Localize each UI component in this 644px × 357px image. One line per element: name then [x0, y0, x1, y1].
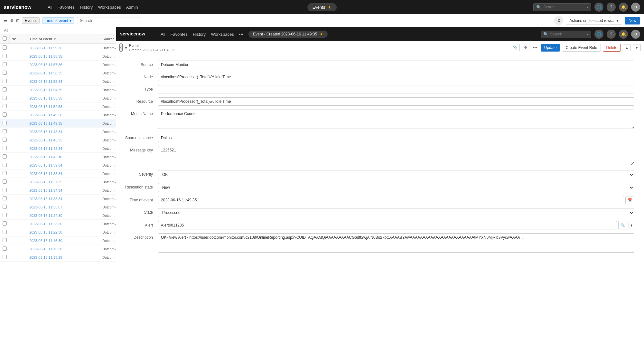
global-search-input[interactable]: [543, 5, 585, 9]
time-link[interactable]: 2023-06-16 11:33:34: [29, 197, 62, 201]
row-checkbox[interactable]: [3, 121, 7, 125]
nav-admin[interactable]: Admin: [126, 5, 138, 10]
time-link[interactable]: 2023-06-16 11:34:34: [29, 188, 62, 192]
cell-checkbox[interactable]: [0, 119, 10, 128]
input-node[interactable]: [158, 73, 634, 81]
time-link[interactable]: 2023-06-16 11:37:35: [29, 180, 62, 184]
cell-checkbox[interactable]: [0, 236, 10, 245]
cell-checkbox[interactable]: [0, 136, 10, 144]
bell-icon[interactable]: 🔔: [619, 3, 628, 12]
time-link[interactable]: 2023-06-16 11:24:30: [29, 214, 62, 217]
detail-nav-more-icon[interactable]: •••: [239, 32, 244, 37]
detail-star-icon[interactable]: ★: [320, 32, 323, 36]
detail-help-icon[interactable]: ?: [607, 30, 616, 39]
detail-logo[interactable]: servicenow: [120, 30, 155, 39]
select-severity[interactable]: OK Clear Warning Minor Major Critical: [158, 170, 634, 179]
time-link[interactable]: 2023-06-16 11:57:36: [29, 63, 62, 67]
next-record-button[interactable]: ▼: [633, 44, 641, 51]
row-checkbox[interactable]: [3, 138, 7, 142]
user-avatar[interactable]: U: [631, 3, 640, 12]
delete-button[interactable]: Delete: [603, 44, 621, 52]
row-checkbox[interactable]: [3, 213, 7, 217]
row-checkbox[interactable]: [3, 146, 7, 150]
cell-checkbox[interactable]: [0, 69, 10, 77]
new-button[interactable]: New: [625, 17, 640, 24]
prev-record-button[interactable]: ▲: [623, 44, 631, 51]
time-link[interactable]: 2023-06-16 11:22:30: [29, 230, 62, 234]
alert-search-btn[interactable]: 🔍: [618, 221, 627, 229]
cell-checkbox[interactable]: [0, 128, 10, 136]
row-checkbox[interactable]: [3, 255, 7, 259]
time-link[interactable]: 2023-06-16 11:53:35: [29, 96, 62, 100]
nav-favorites[interactable]: Favorites: [57, 5, 74, 10]
col-time[interactable]: Time of event ▼: [27, 34, 100, 43]
detail-nav-all[interactable]: All: [161, 32, 165, 37]
cell-checkbox[interactable]: [0, 245, 10, 253]
detail-nav-workspaces[interactable]: Workspaces: [211, 32, 234, 37]
row-checkbox[interactable]: [3, 79, 7, 83]
cell-checkbox[interactable]: [0, 102, 10, 111]
input-alert[interactable]: [158, 221, 617, 229]
detail-search-dropdown-icon[interactable]: ▾: [587, 33, 589, 36]
center-pill[interactable]: Events ★: [307, 3, 337, 11]
row-checkbox[interactable]: [3, 238, 7, 242]
time-link[interactable]: 2023-06-16 11:39:34: [29, 163, 62, 167]
actions-dropdown[interactable]: Actions on selected rows... ▾: [566, 17, 622, 24]
row-checkbox[interactable]: [3, 54, 7, 58]
row-checkbox[interactable]: [3, 230, 7, 234]
cell-checkbox[interactable]: [0, 178, 10, 186]
attach-button[interactable]: 📎: [511, 44, 520, 51]
time-link[interactable]: 2023-06-16 11:56:35: [29, 71, 62, 75]
cell-checkbox[interactable]: [0, 195, 10, 203]
time-link[interactable]: 2023-06-16 11:54:35: [29, 88, 62, 92]
global-search-bar[interactable]: 🔍 ▾: [533, 3, 591, 11]
time-link[interactable]: 2023-06-16 11:49:35: [29, 121, 62, 125]
help-icon[interactable]: ?: [607, 3, 616, 12]
calendar-icon-btn[interactable]: 📅: [625, 197, 634, 204]
input-type[interactable]: [158, 85, 634, 93]
input-source[interactable]: [158, 61, 634, 69]
time-link[interactable]: 2023-06-16 11:15:30: [29, 247, 62, 251]
textarea-metric-name[interactable]: Performance Counter: [158, 110, 634, 129]
input-resource[interactable]: [158, 97, 634, 106]
input-time-of-event[interactable]: [158, 196, 624, 204]
cell-checkbox[interactable]: [0, 203, 10, 211]
list-search-input[interactable]: [77, 17, 141, 24]
time-link[interactable]: 2023-06-16 11:58:35: [29, 54, 62, 58]
row-checkbox[interactable]: [3, 154, 7, 159]
filter-toggle-btn[interactable]: ☰: [4, 18, 7, 23]
nav-all[interactable]: All: [48, 5, 52, 10]
cell-checkbox[interactable]: [0, 211, 10, 220]
time-link[interactable]: 2023-06-16 11:38:34: [29, 172, 62, 176]
time-link[interactable]: 2023-06-16 11:49:50: [29, 113, 62, 117]
row-checkbox[interactable]: [3, 129, 7, 133]
cell-checkbox[interactable]: [0, 86, 10, 94]
row-checkbox[interactable]: [3, 104, 7, 108]
row-checkbox[interactable]: [3, 171, 7, 175]
row-checkbox[interactable]: [3, 45, 7, 50]
input-source-instance[interactable]: [158, 134, 634, 142]
col-checkbox[interactable]: [0, 34, 10, 43]
detail-search-bar[interactable]: 🔍 ▾: [541, 31, 591, 38]
select-state[interactable]: Processed Ready Error: [158, 208, 634, 217]
view-toggle-btn[interactable]: ⊡: [16, 18, 19, 23]
cell-checkbox[interactable]: [0, 169, 10, 178]
detail-user-avatar[interactable]: U: [631, 30, 640, 39]
logo[interactable]: servicenow: [4, 3, 42, 12]
funnel-btn[interactable]: ⚙: [10, 18, 14, 23]
globe-icon[interactable]: 🌐: [594, 3, 603, 12]
detail-search-input[interactable]: [550, 32, 585, 36]
detail-center-section[interactable]: Event - Created 2023-06-16 11:49:35 ★: [248, 31, 328, 38]
time-link[interactable]: 2023-06-16 11:33:07: [29, 205, 62, 209]
cell-checkbox[interactable]: [0, 111, 10, 119]
time-link[interactable]: 2023-06-16 11:55:34: [29, 80, 62, 83]
back-button[interactable]: ‹: [119, 43, 123, 52]
tag-time-dropdown-icon[interactable]: ▾: [70, 18, 71, 23]
detail-nav-favorites[interactable]: Favorites: [170, 32, 187, 37]
create-event-rule-button[interactable]: Create Event Rule: [562, 44, 601, 52]
cell-checkbox[interactable]: [0, 94, 10, 102]
nav-history[interactable]: History: [80, 5, 93, 10]
cell-checkbox[interactable]: [0, 153, 10, 161]
detail-bell-icon[interactable]: 🔔: [619, 30, 628, 39]
cell-checkbox[interactable]: [0, 253, 10, 262]
